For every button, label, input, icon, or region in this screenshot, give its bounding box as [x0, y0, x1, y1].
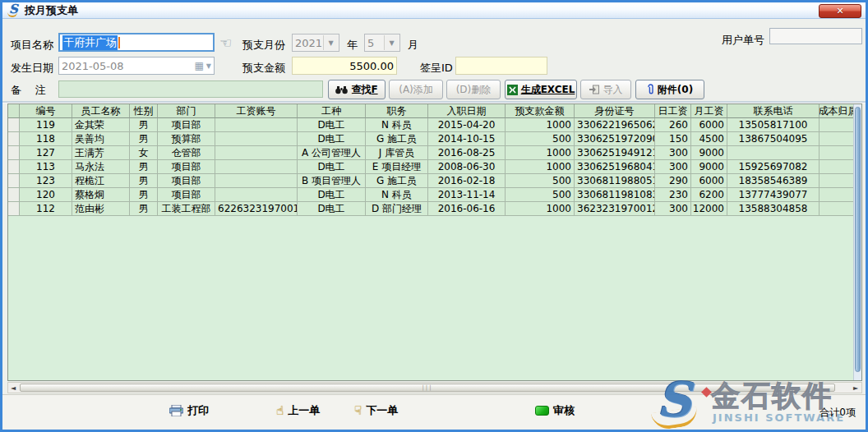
occur-date-label: 发生日期 [11, 61, 53, 76]
table-cell [820, 174, 853, 188]
table-cell: 仓管部 [158, 146, 215, 160]
table-cell: D 部门经理 [366, 202, 428, 216]
month-suffix-label: 月 [408, 38, 418, 53]
column-header[interactable]: 月工资 [691, 104, 727, 118]
advance-amount-input[interactable]: 5500.00 [292, 57, 397, 75]
scroll-left-icon[interactable]: ◄ [8, 383, 18, 393]
chevron-down-icon[interactable]: ▼ [384, 35, 399, 50]
advance-amount-label: 预支金额 [242, 61, 285, 76]
year-select[interactable]: 2021 ▼ [292, 34, 339, 52]
calendar-icon[interactable]: ▦ [195, 60, 204, 71]
note-label: 备 注 [11, 83, 46, 98]
column-header[interactable]: 预支款金额 [506, 104, 575, 118]
row-selector-header [8, 104, 20, 118]
table-cell: 500 [506, 174, 575, 188]
thumb-grip-icon: ||| [422, 384, 432, 391]
sign-id-input[interactable] [455, 57, 547, 75]
vertical-scrollbar[interactable] [853, 104, 861, 380]
table-cell [215, 188, 298, 202]
table-cell: 男 [130, 188, 158, 202]
column-header[interactable]: 工种 [298, 104, 366, 118]
export-excel-button[interactable]: 生成EXCEL [505, 80, 577, 99]
user-no-label: 用户单号 [722, 33, 764, 48]
row-selector[interactable] [8, 174, 20, 188]
app-logo-icon: S [7, 4, 21, 17]
find-button[interactable]: 查找F [328, 80, 386, 99]
column-header[interactable]: 性别 [130, 104, 158, 118]
table-cell: 蔡格炯 [72, 188, 130, 202]
row-selector[interactable] [8, 132, 20, 146]
table-row[interactable]: 120蔡格炯男项目部D电工N 科员2013-11-145003306811981… [8, 188, 853, 202]
row-selector[interactable] [8, 146, 20, 160]
table-cell: G 施工员 [366, 174, 428, 188]
paperclip-icon [647, 84, 654, 95]
horizontal-scrollbar[interactable]: ◄ ||| ► [7, 382, 862, 393]
table-cell: 118 [20, 132, 72, 146]
window-title: 按月预支单 [25, 3, 78, 18]
print-button[interactable]: 打印 [169, 403, 209, 418]
table-cell: 13777439077 [727, 188, 820, 202]
table-header-row: 编号员工名称性别部门工资账号工种职务入职日期预支款金额身份证号日工资月工资联系电… [8, 104, 853, 118]
close-icon[interactable]: ✕ [819, 4, 861, 18]
table-cell [820, 118, 853, 132]
column-header[interactable]: 联系电话 [727, 104, 820, 118]
previous-record-button[interactable]: ☝ 上一单 [276, 403, 320, 418]
table-row[interactable]: 113马永法男项目部D电工E 项目经理2008-06-3010003306251… [8, 160, 853, 174]
table-cell: 127 [20, 146, 72, 160]
sign-id-label: 签呈ID [420, 61, 453, 76]
table-cell: 113 [20, 160, 72, 174]
table-row[interactable]: 119金其荣男项目部D电工N 科员2015-04-201000330622196… [8, 118, 853, 132]
table-cell: 3306251968041983 [575, 160, 655, 174]
horizontal-scrollbar-thumb[interactable]: ||| [20, 384, 835, 392]
row-selector[interactable] [8, 160, 20, 174]
table-cell [215, 174, 298, 188]
project-name-label: 项目名称 [11, 38, 53, 53]
column-header[interactable]: 日工资 [655, 104, 691, 118]
table-cell: 预算部 [158, 132, 215, 146]
next-record-button[interactable]: ☟ 下一单 [354, 403, 398, 418]
column-header[interactable]: 员工名称 [72, 104, 130, 118]
table-cell [820, 188, 853, 202]
table-row[interactable]: 112范由彬男工装工程部6226323197001207D电工D 部门经理201… [8, 202, 853, 216]
audit-button[interactable]: 审核 [535, 403, 575, 418]
column-header[interactable]: 入职日期 [428, 104, 506, 118]
table-cell: N 科员 [366, 188, 428, 202]
column-header[interactable]: 职务 [366, 104, 428, 118]
table-cell [820, 132, 853, 146]
table-row[interactable]: 127王满芳女仓管部A 公司管理人J 库管员2016-08-2510003306… [8, 146, 853, 160]
chevron-down-icon[interactable]: ▼ [323, 35, 338, 50]
table-cell: 3623231970012075 [575, 202, 655, 216]
table-cell: E 项目经理 [366, 160, 428, 174]
table-row[interactable]: 123程桅江男项目部B 项目管理人G 施工员2016-02-1850033068… [8, 174, 853, 188]
table-cell [820, 160, 853, 174]
table-cell: D电工 [298, 132, 366, 146]
vertical-scrollbar-thumb[interactable] [855, 107, 861, 372]
chevron-down-icon[interactable]: ▼ [206, 62, 211, 70]
table-cell: 3306251972090271 [575, 132, 655, 146]
table-cell: 金其荣 [72, 118, 130, 132]
column-header[interactable]: 身份证号 [575, 104, 655, 118]
user-no-input[interactable] [769, 28, 862, 44]
table-row[interactable]: 118吴善均男预算部D电工G 施工员2014-10-15500330625197… [8, 132, 853, 146]
table-cell: 119 [20, 118, 72, 132]
row-selector[interactable] [8, 202, 20, 216]
column-header[interactable]: 编号 [20, 104, 72, 118]
project-name-input[interactable]: 干府井广场 [58, 33, 215, 52]
table-cell: 9000 [691, 160, 727, 174]
row-selector[interactable] [8, 188, 20, 202]
month-value: 5 [367, 37, 374, 49]
text-caret [118, 37, 120, 48]
occur-date-input[interactable]: 2021-05-08 ▦▼ [58, 57, 215, 75]
attachment-button[interactable]: 附件(0) [635, 80, 704, 99]
note-input[interactable] [58, 80, 323, 98]
table-cell: N 科员 [366, 118, 428, 132]
column-header[interactable]: 部门 [158, 104, 215, 118]
column-header[interactable]: 工资账号 [215, 104, 298, 118]
scroll-right-icon[interactable]: ► [851, 383, 861, 393]
month-select[interactable]: 5 ▼ [364, 34, 400, 52]
row-selector[interactable] [8, 118, 20, 132]
column-header[interactable]: 成本归属 [820, 104, 853, 118]
hand-up-icon: ☝ [276, 405, 284, 416]
project-lookup-hand-icon[interactable]: ☜ [219, 34, 232, 51]
import-icon [589, 85, 600, 94]
